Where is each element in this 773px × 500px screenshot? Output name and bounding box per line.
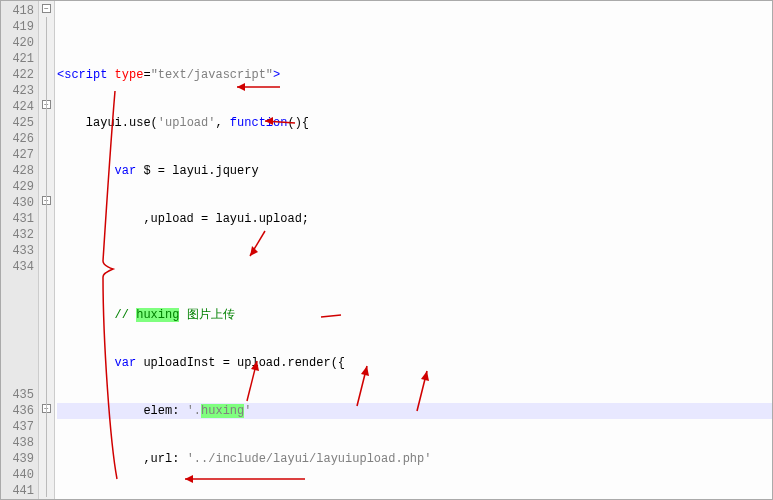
line-number: 425 [7,115,34,131]
line-number: 423 [7,83,34,99]
line-number: 435 [7,387,34,403]
line-number: 431 [7,211,34,227]
line-number: 427 [7,147,34,163]
line-number: 441 [7,483,34,499]
code-line: ,upload = layui.upload; [57,211,772,227]
line-number: 426 [7,131,34,147]
line-number: 439 [7,451,34,467]
svg-marker-0 [237,83,245,91]
line-number [7,275,34,291]
code-line: var $ = layui.jquery [57,163,772,179]
line-number [7,291,34,307]
line-number [7,307,34,323]
code-line: ,url: '../include/layui/layuiupload.php' [57,451,772,467]
line-number: 438 [7,435,34,451]
line-number: 421 [7,51,34,67]
svg-marker-2 [250,246,258,256]
code-line-current: elem: '.huxing' [57,403,772,419]
svg-marker-6 [185,475,193,483]
fold-gutter: − − − − [39,1,55,499]
highlight-huxing: huxing [201,404,244,418]
line-number: 429 [7,179,34,195]
line-number: 418 [7,3,34,19]
fold-toggle[interactable]: − [42,4,51,13]
line-number [7,323,34,339]
line-number: 420 [7,35,34,51]
line-number: 419 [7,19,34,35]
code-line [57,259,772,275]
line-number: 428 [7,163,34,179]
line-number: 440 [7,467,34,483]
code-area[interactable]: <script type="text/javascript"> layui.us… [55,1,772,499]
code-editor: 418 419 420 421 422 423 424 425 426 427 … [0,0,773,500]
code-line: <script type="text/javascript"> [57,67,772,83]
highlight-huxing: huxing [136,308,179,322]
line-number [7,371,34,387]
code-line: // huxing 图片上传 [57,307,772,323]
line-number: 433 [7,243,34,259]
line-number [7,355,34,371]
line-number: 424 [7,99,34,115]
line-number: 437 [7,419,34,435]
line-number: 430 [7,195,34,211]
line-number: 422 [7,67,34,83]
line-number: 432 [7,227,34,243]
code-line: var uploadInst = upload.render({ [57,355,772,371]
line-number-gutter: 418 419 420 421 422 423 424 425 426 427 … [1,1,39,499]
line-number: 436 [7,403,34,419]
svg-marker-5 [421,371,429,381]
line-number [7,339,34,355]
line-number: 434 [7,259,34,275]
code-line: layui.use('upload', function(){ [57,115,772,131]
